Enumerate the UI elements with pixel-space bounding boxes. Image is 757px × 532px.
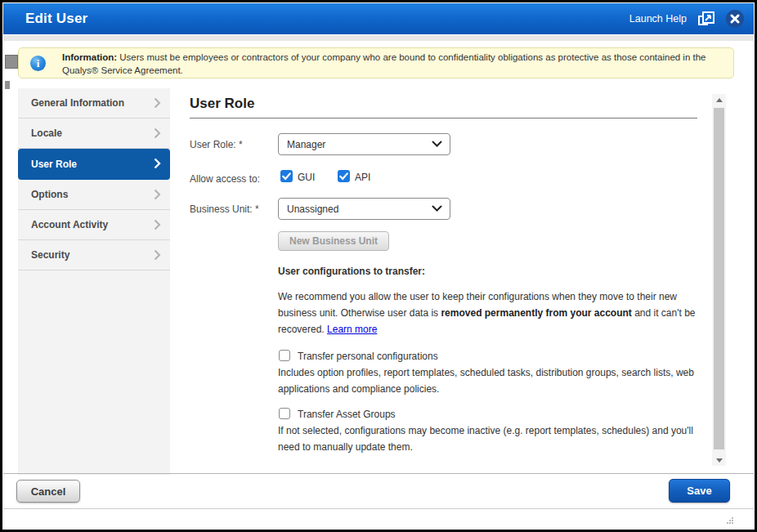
- transfer-personal-configurations-description: Includes option profiles, report templat…: [278, 364, 703, 397]
- gui-checkbox-label: GUI: [298, 172, 315, 183]
- transfer-personal-configurations-checkbox[interactable]: [279, 350, 290, 361]
- resize-handle[interactable]: [727, 512, 733, 527]
- vertical-scrollbar: [712, 94, 726, 466]
- launch-help-link[interactable]: Launch Help: [629, 13, 687, 25]
- api-checkbox-label: API: [355, 172, 370, 183]
- info-icon: i: [30, 56, 46, 71]
- heading-divider: [190, 118, 697, 118]
- dialog-title: Edit User: [25, 11, 87, 27]
- chevron-right-icon: [154, 158, 161, 172]
- bottom-divider: [3, 508, 754, 509]
- chevron-right-icon: [154, 249, 161, 264]
- sidebar-item-user-role[interactable]: User Role: [18, 149, 170, 180]
- sidebar-item-general-information[interactable]: General Information: [18, 88, 170, 118]
- save-button[interactable]: Save: [669, 479, 730, 503]
- transfer-description-emphasis: removed permanently from your account: [441, 307, 631, 319]
- sidebar-item-security[interactable]: Security: [18, 240, 170, 270]
- titlebar: Edit User Launch Help: [3, 3, 754, 34]
- user-role-selected-value: Manager: [287, 139, 325, 150]
- allow-access-label: Allow access to:: [190, 173, 260, 185]
- titlebar-shadow: [3, 35, 754, 41]
- info-banner: i Information: Users must be employees o…: [18, 47, 734, 78]
- new-business-unit-button[interactable]: New Business Unit: [278, 231, 389, 251]
- cancel-button[interactable]: Cancel: [16, 480, 80, 503]
- transfer-asset-groups-checkbox[interactable]: [279, 408, 290, 419]
- chevron-right-icon: [154, 97, 161, 112]
- transfer-personal-configurations-label: Transfer personal configurations: [298, 351, 438, 362]
- transfer-description: We recommend you allow the user to keep …: [278, 288, 703, 338]
- sidebar-item-options[interactable]: Options: [18, 180, 170, 210]
- chevron-down-icon: [432, 141, 442, 148]
- page-title: User Role: [190, 96, 254, 112]
- info-banner-label: Information:: [62, 52, 117, 62]
- popout-window-icon[interactable]: [698, 11, 714, 26]
- learn-more-link[interactable]: Learn more: [327, 324, 377, 335]
- business-unit-select[interactable]: Unassigned: [278, 198, 450, 220]
- gui-checkbox[interactable]: [280, 170, 293, 182]
- chevron-right-icon: [154, 127, 161, 142]
- scroll-down-icon[interactable]: [712, 454, 726, 466]
- info-banner-text: Information: Users must be employees or …: [62, 51, 721, 77]
- background-fragment: [5, 55, 18, 69]
- check-icon: [280, 170, 293, 182]
- transfer-asset-groups-label: Transfer Asset Groups: [298, 409, 396, 420]
- scroll-up-icon[interactable]: [712, 94, 726, 105]
- user-role-select[interactable]: Manager: [278, 133, 450, 155]
- scrollbar-thumb[interactable]: [714, 108, 724, 449]
- user-role-label: User Role: *: [190, 139, 243, 150]
- transfer-asset-groups-description: If not selected, configurations may beco…: [278, 422, 703, 455]
- edit-user-dialog: Edit User Launch Help i Information: Use…: [0, 0, 757, 532]
- close-icon[interactable]: [726, 10, 744, 28]
- chevron-right-icon: [154, 219, 161, 234]
- chevron-right-icon: [154, 189, 161, 203]
- sidebar: General Information Locale User Role Opt…: [18, 88, 170, 475]
- sidebar-item-account-activity[interactable]: Account Activity: [18, 210, 170, 240]
- business-unit-selected-value: Unassigned: [287, 203, 338, 215]
- sidebar-item-locale[interactable]: Locale: [18, 118, 170, 149]
- background-fragment: [5, 81, 10, 89]
- api-checkbox[interactable]: [338, 170, 350, 182]
- chevron-down-icon: [432, 205, 442, 212]
- transfer-section-heading: User configurations to transfer:: [278, 266, 425, 277]
- business-unit-label: Business Unit: *: [190, 203, 259, 215]
- check-icon: [338, 170, 350, 182]
- footer-divider: [3, 473, 754, 474]
